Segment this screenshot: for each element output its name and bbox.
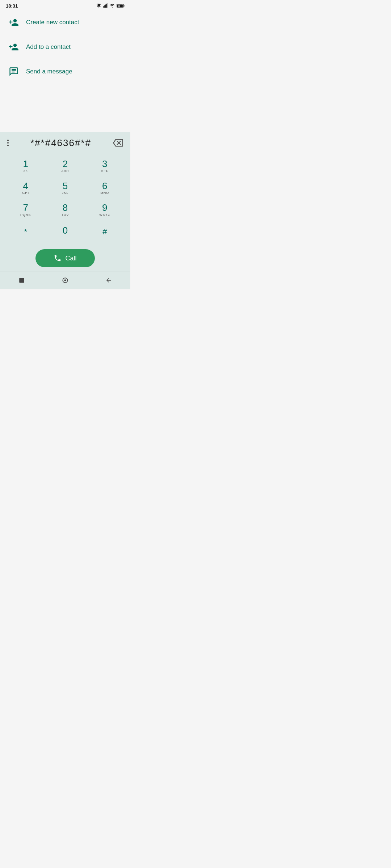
call-row: Call — [0, 246, 130, 272]
nav-bar — [0, 272, 130, 289]
svg-rect-9 — [19, 278, 24, 283]
call-label: Call — [65, 255, 76, 262]
create-new-contact-label: Create new contact — [26, 19, 79, 26]
key-0[interactable]: 0 + — [45, 221, 85, 244]
person-add-icon-2 — [9, 42, 19, 52]
alarm-icon — [96, 3, 101, 8]
svg-rect-1 — [104, 5, 105, 8]
person-add-icon — [9, 17, 19, 27]
key-4[interactable]: 4 GHI — [6, 177, 45, 199]
call-button[interactable]: Call — [35, 249, 94, 267]
menu-area: Create new contact Add to a contact Send… — [0, 10, 130, 119]
key-9[interactable]: 9 WXYZ — [85, 199, 125, 221]
dialer: *#*#4636#*# 1 ○○ 2 ABC 3 DEF 4 GHI 5 JKL — [0, 132, 130, 289]
key-8[interactable]: 8 TUV — [45, 199, 85, 221]
more-options-button[interactable] — [6, 138, 10, 148]
status-time: 18:31 — [6, 3, 18, 9]
svg-text:92: 92 — [118, 5, 120, 7]
dot3 — [7, 145, 9, 146]
dialer-header: *#*#4636#*# — [0, 132, 130, 154]
key-7[interactable]: 7 PQRS — [6, 199, 45, 221]
add-to-contact-label: Add to a contact — [26, 43, 71, 51]
signal-icon — [103, 3, 108, 8]
dot1 — [7, 140, 9, 141]
message-icon — [9, 67, 19, 77]
send-message-item[interactable]: Send a message — [0, 59, 130, 84]
svg-rect-3 — [106, 4, 107, 8]
svg-point-11 — [64, 280, 66, 281]
dialer-input-display[interactable]: *#*#4636#*# — [10, 137, 112, 149]
svg-rect-2 — [105, 5, 106, 8]
send-message-label: Send a message — [26, 68, 72, 75]
backspace-button[interactable] — [112, 136, 125, 149]
status-bar: 18:31 92 — [0, 0, 130, 10]
battery-icon: 92 — [117, 4, 125, 8]
status-icons: 92 — [96, 3, 125, 8]
nav-back-button[interactable] — [100, 275, 118, 286]
key-1[interactable]: 1 ○○ — [6, 155, 45, 177]
svg-rect-4 — [107, 3, 108, 8]
key-2[interactable]: 2 ABC — [45, 155, 85, 177]
key-star[interactable]: * — [6, 221, 45, 244]
svg-rect-0 — [103, 6, 104, 8]
key-6[interactable]: 6 MNO — [85, 177, 125, 199]
key-hash[interactable]: # — [85, 221, 125, 244]
wifi-icon — [109, 3, 115, 8]
dot2 — [7, 142, 9, 144]
key-3[interactable]: 3 DEF — [85, 155, 125, 177]
add-to-contact-item[interactable]: Add to a contact — [0, 35, 130, 59]
key-5[interactable]: 5 JKL — [45, 177, 85, 199]
svg-rect-6 — [124, 5, 125, 7]
nav-home-button[interactable] — [56, 275, 74, 286]
create-new-contact-item[interactable]: Create new contact — [0, 10, 130, 35]
keypad: 1 ○○ 2 ABC 3 DEF 4 GHI 5 JKL 6 MNO 7 PQR… — [0, 154, 130, 246]
nav-square-button[interactable] — [13, 275, 31, 286]
